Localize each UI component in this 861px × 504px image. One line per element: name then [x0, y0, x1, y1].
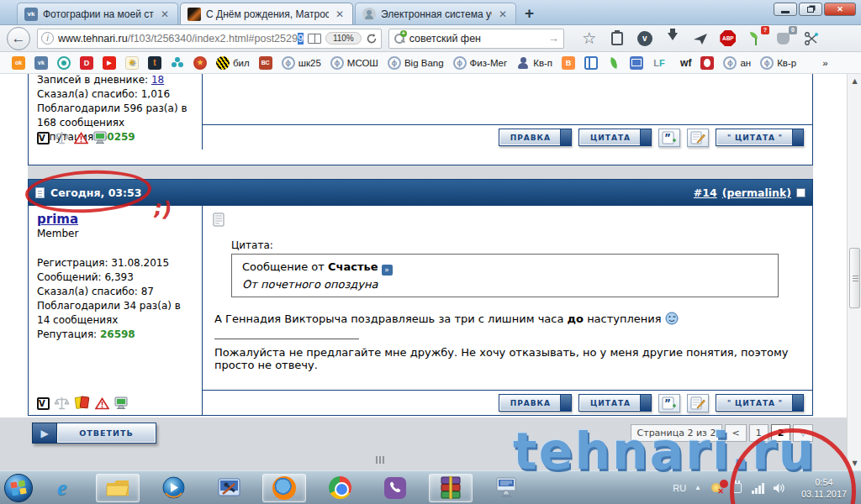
bookmark-item[interactable] — [630, 56, 643, 70]
firefox-icon[interactable] — [262, 474, 306, 502]
tab-close-icon[interactable]: ✕ — [497, 8, 509, 20]
bookmark-item[interactable]: » — [806, 56, 827, 70]
post-number-link[interactable]: #14 — [694, 186, 717, 199]
bookmark-item[interactable] — [171, 56, 184, 70]
bookmark-item[interactable]: МСОШ — [330, 56, 378, 70]
plant-addon-icon[interactable]: ? — [747, 29, 765, 48]
search-icon[interactable]: + — [394, 32, 406, 45]
site-info-icon[interactable]: i — [41, 32, 54, 45]
downloads-icon[interactable] — [663, 29, 682, 48]
page-dropdown[interactable]: ▽ — [793, 424, 813, 442]
scroll-up-icon[interactable]: ▲ — [848, 75, 861, 87]
bookmark-item[interactable] — [700, 56, 714, 70]
bookmark-item[interactable] — [125, 56, 139, 70]
bookmark-item[interactable] — [259, 56, 272, 70]
tray-expand-icon[interactable]: ▲ — [695, 484, 701, 491]
power-icon[interactable] — [731, 481, 743, 494]
new-tab-button[interactable]: + — [525, 5, 534, 22]
page-2-current[interactable]: 2 — [771, 424, 791, 442]
scales-icon[interactable] — [54, 131, 70, 144]
bookmark-item[interactable] — [193, 56, 207, 70]
bookmark-item[interactable] — [652, 56, 666, 70]
computer-icon[interactable] — [92, 131, 108, 144]
send-tab-icon[interactable] — [691, 29, 710, 48]
paint-app-icon[interactable] — [207, 474, 251, 502]
warning-icon[interactable] — [95, 397, 109, 410]
reader-mode-icon[interactable] — [308, 34, 321, 44]
bookmark-item[interactable] — [34, 56, 48, 70]
vertical-scrollbar[interactable]: ▲ ▼ — [847, 74, 861, 470]
volume-icon[interactable] — [773, 481, 785, 494]
reply-button[interactable]: ▶ ОТВЕТИТЬ — [32, 423, 156, 444]
pocket-icon[interactable]: v — [636, 29, 654, 48]
start-button[interactable] — [3, 473, 34, 503]
tab-close-icon[interactable]: ✕ — [334, 8, 346, 20]
bookmark-item[interactable]: Кв-р — [760, 56, 796, 70]
horizontal-scroll-grip[interactable] — [376, 456, 389, 464]
vcard-icon[interactable]: V — [37, 132, 50, 144]
multiquote-icon-button[interactable]: ” — [658, 129, 680, 147]
bookmark-item[interactable]: Физ-Мег — [453, 56, 508, 70]
bookmark-item[interactable]: Big Bang — [388, 56, 444, 70]
windows-explorer-icon[interactable] — [96, 474, 140, 502]
prev-page-button[interactable]: < — [725, 424, 746, 442]
winrar-icon[interactable] — [429, 474, 473, 502]
close-button[interactable]: ✕ — [824, 3, 856, 16]
bookmark-item[interactable] — [148, 56, 161, 70]
multiquote-button[interactable]: ЦИТАТА — [716, 129, 804, 146]
minimize-button[interactable] — [774, 3, 797, 16]
permalink-link[interactable]: (permalink) — [722, 186, 791, 199]
tab-electronic-system[interactable]: Электронная система учеб ✕ — [355, 3, 516, 24]
network-signal-icon[interactable] — [752, 481, 764, 494]
menu-icon[interactable] — [830, 33, 845, 44]
computer-icon[interactable] — [114, 396, 129, 410]
search-go-icon[interactable]: → — [548, 32, 559, 45]
back-button[interactable]: ← — [7, 27, 30, 50]
warning-icon[interactable] — [74, 132, 88, 144]
scrollbar-thumb[interactable] — [849, 248, 860, 308]
tab-vk-photos[interactable]: vk Фотографии на моей стене ✕ — [17, 3, 178, 24]
reload-icon[interactable] — [366, 33, 378, 45]
bookmark-item[interactable]: wf — [675, 56, 691, 70]
on-screen-keyboard-icon[interactable] — [484, 474, 528, 502]
edit-button[interactable]: ПРАВКА — [499, 129, 572, 146]
restore-button[interactable] — [799, 3, 822, 16]
tab-birthday-thread[interactable]: С Днём рождения, Матроск ✕ — [180, 3, 353, 24]
scales-icon[interactable] — [54, 396, 70, 410]
bookmark-item[interactable]: Кв-п — [516, 56, 552, 70]
bookmark-item[interactable] — [12, 56, 25, 70]
infraction-cards-icon[interactable] — [74, 396, 91, 410]
url-bar[interactable]: i www.tehnari.ru/f103/t256340/index2.htm… — [37, 29, 382, 49]
username-link[interactable]: prima — [37, 212, 78, 227]
internet-explorer-icon[interactable]: e — [40, 474, 84, 502]
bookmark-item[interactable]: шк25 — [282, 56, 321, 70]
multiquote-icon-button[interactable]: ” — [658, 394, 680, 412]
clipboard-addon-icon[interactable] — [608, 29, 626, 48]
edit-button[interactable]: ПРАВКА — [499, 394, 572, 412]
bookmark-item[interactable] — [607, 56, 621, 70]
multiquote-button[interactable]: ЦИТАТА — [716, 394, 804, 412]
zoom-indicator[interactable]: 110% — [325, 32, 362, 45]
bookmark-item[interactable]: ан — [723, 56, 751, 70]
post-select-checkbox[interactable] — [796, 188, 806, 197]
quick-edit-icon-button[interactable] — [687, 394, 709, 412]
search-box[interactable]: + → — [388, 29, 564, 49]
media-player-icon[interactable] — [151, 474, 195, 502]
screenshot-addon-icon[interactable] — [802, 29, 821, 48]
language-indicator[interactable]: RU — [673, 483, 686, 493]
clock[interactable]: 0:54 03.11.2017 — [794, 476, 854, 500]
quick-edit-icon-button[interactable] — [687, 129, 709, 147]
scroll-down-icon[interactable]: ▼ — [848, 457, 861, 470]
gray-addon-icon[interactable]: 0 — [774, 29, 793, 48]
viber-icon[interactable] — [373, 474, 417, 502]
bookmark-star-icon[interactable]: ☆ — [580, 29, 599, 48]
tab-close-icon[interactable]: ✕ — [159, 8, 171, 20]
blog-entries-link[interactable]: 18 — [151, 74, 164, 86]
bookmark-item[interactable] — [57, 56, 71, 70]
bookmark-item[interactable] — [103, 56, 116, 70]
adblock-icon[interactable]: ABP — [719, 29, 737, 48]
quote-button[interactable]: ЦИТАТА — [578, 394, 652, 412]
quote-button[interactable]: ЦИТАТА — [578, 129, 652, 146]
vcard-icon[interactable]: V — [37, 397, 50, 410]
url-text[interactable]: www.tehnari.ru/f103/t256340/index2.html#… — [58, 33, 304, 45]
